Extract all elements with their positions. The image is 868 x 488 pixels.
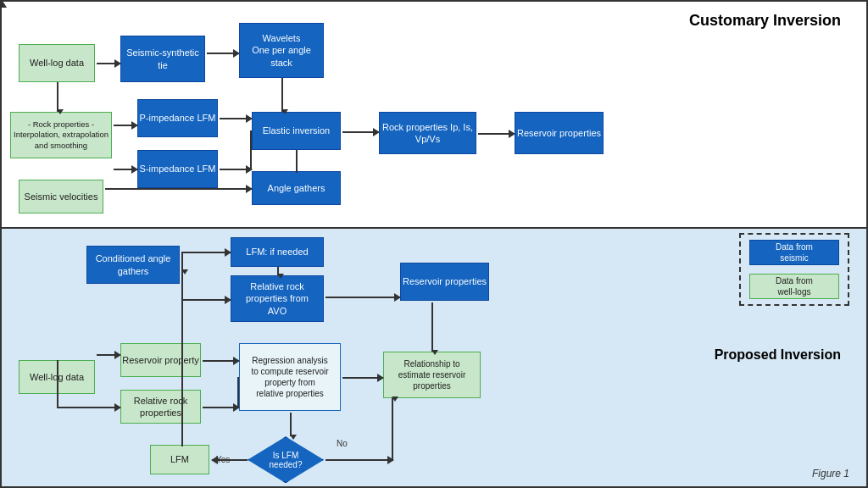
bottom-section: Proposed Inversion Data from seismic Dat…	[2, 229, 866, 486]
legend-seismic: Data from seismic	[749, 240, 839, 265]
legend-welllog-box: Data from well-logs	[749, 274, 839, 299]
arrow-v-anglegathers	[296, 150, 298, 173]
is-lfm-diamond: Is LFM needed?	[248, 436, 324, 483]
arrow-anglegathers-elastic	[2, 2, 3, 3]
title-bottom: Proposed Inversion	[715, 347, 841, 363]
conditioned-angle-box: Conditioned angle gathers	[86, 246, 180, 284]
top-section: Customary Inversion Well-log data Seismi…	[2, 2, 866, 229]
lfm-if-needed-box: LFM: if needed	[231, 237, 324, 267]
title-top: Customary Inversion	[689, 12, 841, 30]
arrow-v-welllog-rockprops	[57, 82, 58, 112]
arrowhead-no-up	[392, 396, 398, 402]
arrow-welllog-seismic	[97, 63, 120, 64]
wavelets-box: Wavelets One per angle stack	[239, 23, 324, 78]
arrow-v-resprops-relationship	[431, 302, 433, 352]
arrow-resprop-regression	[203, 360, 239, 362]
s-impedance-box: S-impedance LFM	[137, 150, 218, 188]
well-log-box: Well-log data	[19, 44, 95, 82]
main-container: Customary Inversion Well-log data Seismi…	[0, 0, 868, 488]
arrow-rockprops-simpedance	[114, 169, 137, 170]
reservoir-props-top-box: Reservoir properties	[515, 112, 604, 154]
legend-box: Data from seismic Data from well-logs	[739, 233, 849, 306]
arrow-simpedance-elastic	[220, 169, 252, 170]
arrow-lfm-to-lfmifneeded	[181, 252, 231, 253]
arrow-elastic-rock	[342, 131, 379, 133]
arrowhead-regression-down	[290, 435, 297, 440]
reservoir-props-avo-box: Reservoir properties	[400, 263, 489, 301]
arrow-v-wavelets-elastic	[281, 78, 283, 112]
no-label: No	[337, 439, 348, 448]
arrow-v-regression-islfm	[290, 413, 292, 436]
angle-gathers-box: Angle gathers	[252, 171, 341, 205]
lfm-bottom-box: LFM	[150, 445, 209, 474]
seismic-velocities-box: Seismic velocities	[19, 180, 103, 214]
figure-label: Figure 1	[812, 468, 849, 480]
relative-rock-avo-box: Relative rock properties from AVO	[231, 275, 324, 322]
arrow-conditioned-relative	[181, 299, 231, 301]
arrow-islfm-lfm	[212, 459, 248, 461]
rock-properties-box: Rock properties Ip, Is, Vp/Vs	[379, 112, 476, 154]
arrow-welllog-relativeh	[57, 407, 120, 408]
arrow-rock-reservoir	[478, 133, 515, 135]
arrow-relative-regression	[203, 407, 239, 408]
regression-analysis-box: Regression analysis to compute reservoir…	[239, 343, 341, 411]
relative-rock-bottom-box: Relative rock properties	[120, 390, 201, 424]
arrow-islfm-no	[326, 459, 393, 461]
arrow-relative-reservoir	[326, 297, 400, 298]
relationship-box: Relationship to estimate reservoir prope…	[383, 352, 481, 398]
reservoir-property-box: Reservoir property	[120, 343, 201, 377]
arrowhead-welllog-down	[57, 109, 64, 114]
arrow-v-no-relationship	[392, 398, 393, 461]
arrow-v2-lfm	[181, 252, 183, 446]
arrow-pimpedance-elastic	[220, 118, 252, 119]
arrow-seismic-wavelets	[207, 53, 239, 54]
arrow-regression-relationship	[342, 377, 383, 379]
legend-seismic-box: Data from seismic	[749, 240, 839, 265]
arrow-v-regression	[237, 377, 239, 408]
legend-welllog: Data from well-logs	[749, 274, 839, 299]
elastic-inversion-box: Elastic inversion	[252, 112, 341, 150]
seismic-synthetic-box: Seismic-synthetic tie	[120, 36, 205, 82]
arrowhead-lfm-down	[277, 274, 284, 279]
arrow-welllog-resprop	[97, 354, 120, 356]
arrowhead-wavelets-down	[281, 109, 288, 114]
rock-props-interp-box: - Rock properties - Interpolation, extra…	[10, 112, 112, 158]
arrow-v-simpedance	[250, 130, 252, 170]
arrowhead-resprops-down	[431, 350, 438, 355]
arrow-rockprops-pimpedance	[114, 125, 137, 126]
arrow-v-welllog-relative	[57, 360, 58, 408]
p-impedance-box: P-impedance LFM	[137, 99, 218, 137]
arrow-seisvel-angle	[105, 188, 252, 190]
